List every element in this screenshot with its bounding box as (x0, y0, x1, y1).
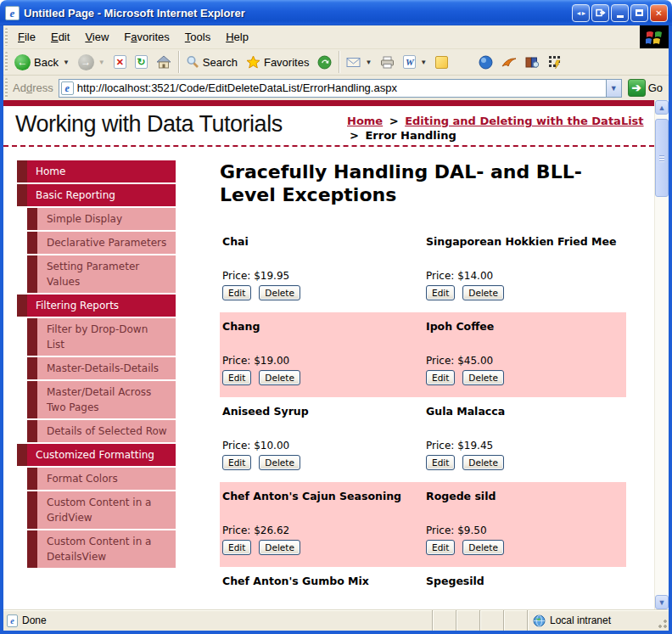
sidebar-item-simple-display[interactable]: Simple Display (27, 208, 176, 230)
sidebar-item-details-of-selected-row[interactable]: Details of Selected Row (27, 420, 176, 442)
popout-button[interactable] (591, 4, 609, 22)
product-name: Ipoh Coffee (426, 320, 626, 333)
favorites-button[interactable]: Favorites (242, 53, 313, 70)
maximize-button[interactable] (630, 4, 648, 22)
delete-button[interactable]: Delete (259, 285, 300, 300)
sidebar-item-label: Customized Formatting (27, 444, 176, 466)
sidebar-item-custom-content-in-a-detailsview[interactable]: Custom Content in a DetailsView (27, 530, 176, 568)
breadcrumb-link-home[interactable]: Home (347, 115, 383, 127)
menu-tools[interactable]: Tools (177, 27, 218, 47)
scroll-up-button[interactable]: ▲ (655, 100, 669, 115)
sidebar-item-label: Home (27, 160, 176, 182)
home-icon (156, 55, 171, 69)
refresh-button[interactable]: ↻ (131, 53, 152, 70)
sidebar-item-declarative-parameters[interactable]: Declarative Parameters (27, 232, 176, 254)
breadcrumb-current: Error Handling (365, 129, 456, 142)
delete-button[interactable]: Delete (462, 455, 504, 470)
page-content: Working with Data Tutorials Home > Editi… (3, 100, 654, 609)
back-button[interactable]: ← Back ▼ (10, 53, 74, 72)
forward-icon: → (78, 54, 94, 70)
minimize-button[interactable] (611, 4, 629, 22)
popout-icon (596, 8, 606, 17)
product-cell-singaporean-hokkien-fried-mee: Singaporean Hokkien Fried MeePrice: $14.… (426, 235, 626, 312)
delete-button[interactable]: Delete (259, 455, 300, 470)
product-buttons: EditDelete (222, 455, 426, 470)
sidebar-item-customized-formatting[interactable]: Customized Formatting (17, 444, 176, 466)
sidebar-item-home[interactable]: Home (17, 160, 176, 182)
delete-button[interactable]: Delete (462, 370, 504, 385)
edit-button[interactable]: Edit (222, 455, 251, 470)
menu-file[interactable]: File (10, 27, 43, 47)
menu-favorites[interactable]: Favorites (116, 27, 176, 47)
sidebar-item-filtering-reports[interactable]: Filtering Reports (17, 295, 176, 317)
sidebar-item-custom-content-in-a-gridview[interactable]: Custom Content in a GridView (27, 491, 176, 529)
search-button[interactable]: Search (182, 53, 242, 70)
address-dropdown-button[interactable]: ▼ (606, 80, 621, 97)
product-buttons: EditDelete (222, 540, 426, 555)
menu-help[interactable]: Help (218, 27, 256, 47)
menu-view[interactable]: View (77, 27, 116, 47)
menubar-grip[interactable] (5, 28, 8, 46)
scrollbar-track[interactable] (655, 115, 669, 595)
sidebar-item-strip (27, 491, 37, 529)
mail-dropdown-icon: ▼ (365, 59, 372, 66)
home-button[interactable] (152, 53, 176, 70)
sidebar-item-label: Details of Selected Row (37, 420, 176, 442)
page-body: HomeBasic ReportingSimple DisplayDeclara… (3, 147, 654, 609)
edit-button[interactable]: Edit (222, 540, 251, 555)
vertical-scrollbar[interactable]: ▲ ▼ (654, 100, 669, 609)
go-button[interactable]: ➔ (628, 79, 646, 97)
scrollbar-thumb[interactable] (655, 119, 669, 197)
sidebar-item-label: Filtering Reports (27, 295, 176, 317)
mail-button[interactable]: ▼ (342, 55, 376, 70)
delete-button[interactable]: Delete (462, 285, 504, 300)
edit-button[interactable]: Edit (426, 540, 455, 555)
security-zone-pane: Local intranet (527, 610, 656, 631)
sidebar-item-strip (27, 420, 37, 442)
forward-button[interactable]: → ▼ (74, 53, 109, 72)
address-input[interactable]: e http://localhost:3521/Code/EditDeleteD… (59, 79, 622, 98)
discuss-button[interactable] (431, 54, 452, 70)
back-label: Back (34, 56, 59, 69)
delete-button[interactable]: Delete (259, 370, 300, 385)
sidebar-item-basic-reporting[interactable]: Basic Reporting (17, 184, 176, 206)
pan-arrows-button[interactable]: ◄► (572, 4, 590, 22)
sidebar-item-format-colors[interactable]: Format Colors (27, 468, 176, 490)
messenger-button[interactable] (474, 53, 497, 71)
print-icon (380, 56, 395, 69)
sidebar-item-master-detail-across-two-pages[interactable]: Master/Detail Across Two Pages (27, 381, 176, 418)
close-button[interactable]: ✕ (650, 4, 668, 22)
product-buttons: EditDelete (222, 285, 426, 300)
breadcrumb: Home > Editing and Deleting with the Dat… (347, 111, 646, 142)
addressbar-grip[interactable] (5, 78, 8, 98)
delete-button[interactable]: Delete (462, 540, 504, 555)
print-button[interactable] (376, 54, 399, 70)
toolbar-grip[interactable] (5, 52, 8, 72)
media-button[interactable] (313, 53, 336, 71)
encoder-button[interactable] (544, 53, 566, 70)
price-label: Price: (426, 355, 454, 367)
edit-button[interactable]: Edit (426, 370, 455, 385)
sidebar-item-filter-by-drop-down-list[interactable]: Filter by Drop-Down List (27, 318, 176, 356)
title-bar[interactable]: e Untitled Page - Microsoft Internet Exp… (0, 0, 672, 25)
search-icon (186, 55, 199, 69)
stop-button[interactable]: ✕ (109, 53, 131, 70)
edit-button[interactable]: Edit (222, 370, 251, 385)
scroll-down-button[interactable]: ▼ (655, 595, 669, 609)
edit-button[interactable]: Edit (426, 455, 455, 470)
go-label: Go (648, 81, 665, 94)
toolbar: ← Back ▼ → ▼ ✕ ↻ (3, 49, 669, 76)
breadcrumb-link-editing-and-deleting-with-the-datalist[interactable]: Editing and Deleting with the DataList (405, 115, 643, 127)
edit-button[interactable]: Edit (222, 285, 251, 300)
delete-button[interactable]: Delete (259, 540, 300, 555)
resize-grip[interactable] (656, 610, 669, 631)
sidebar-item-master-details-details[interactable]: Master-Details-Details (27, 357, 176, 379)
edit-button[interactable]: Edit (426, 285, 455, 300)
menu-edit[interactable]: Edit (43, 27, 77, 47)
forward-dropdown-icon: ▼ (98, 59, 105, 66)
sidebar-item-setting-parameter-values[interactable]: Setting Parameter Values (27, 255, 176, 293)
status-pane (479, 610, 503, 631)
research-button[interactable] (521, 54, 544, 70)
quick-launch-button[interactable] (497, 54, 521, 70)
edit-with-word-button[interactable]: W ▼ (399, 53, 431, 70)
